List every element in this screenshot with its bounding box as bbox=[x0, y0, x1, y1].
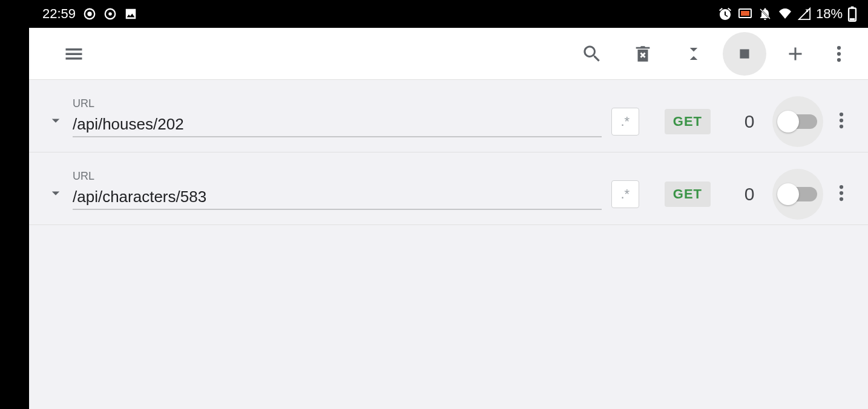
image-icon bbox=[124, 7, 137, 21]
url-field: URL bbox=[73, 97, 602, 146]
svg-point-15 bbox=[837, 57, 841, 61]
expand-toggle[interactable] bbox=[47, 111, 65, 131]
svg-point-1 bbox=[87, 11, 91, 16]
svg-rect-11 bbox=[850, 18, 855, 21]
status-time: 22:59 bbox=[42, 6, 76, 22]
alarm-icon bbox=[718, 7, 732, 21]
enable-toggle[interactable] bbox=[772, 169, 823, 220]
status-bar: 22:59 x 18% bbox=[0, 0, 868, 28]
svg-point-21 bbox=[840, 197, 843, 201]
app-bar bbox=[29, 28, 868, 80]
status-right: x 18% bbox=[718, 6, 857, 22]
request-row: URL .* GET 0 bbox=[29, 152, 868, 225]
clear-button[interactable] bbox=[621, 32, 665, 76]
battery-icon bbox=[847, 6, 857, 22]
svg-rect-12 bbox=[740, 49, 749, 58]
record-inner-icon bbox=[104, 7, 117, 21]
expand-toggle[interactable] bbox=[47, 184, 65, 204]
collapse-all-button[interactable] bbox=[672, 32, 715, 76]
wifi-icon bbox=[777, 8, 793, 20]
svg-point-14 bbox=[837, 51, 841, 55]
http-method-chip[interactable]: GET bbox=[665, 182, 711, 207]
overflow-menu-button[interactable] bbox=[824, 32, 853, 76]
signal-icon: x bbox=[798, 7, 811, 21]
svg-point-19 bbox=[840, 185, 843, 189]
svg-rect-5 bbox=[741, 11, 749, 16]
menu-button[interactable] bbox=[52, 32, 96, 76]
svg-point-3 bbox=[108, 12, 112, 16]
svg-point-17 bbox=[840, 119, 843, 122]
enable-toggle[interactable] bbox=[772, 96, 823, 147]
record-outer-icon bbox=[83, 7, 96, 21]
record-stop-button[interactable] bbox=[723, 32, 766, 76]
svg-point-20 bbox=[840, 191, 843, 195]
http-method-chip[interactable]: GET bbox=[665, 109, 711, 134]
regex-toggle[interactable]: .* bbox=[611, 108, 639, 136]
regex-toggle[interactable]: .* bbox=[611, 180, 639, 208]
svg-rect-10 bbox=[851, 7, 854, 9]
request-row: URL .* GET 0 bbox=[29, 80, 868, 152]
url-input[interactable] bbox=[73, 114, 602, 137]
battery-percent: 18% bbox=[816, 6, 843, 22]
url-label: URL bbox=[73, 97, 602, 110]
notifications-off-icon bbox=[758, 7, 772, 21]
search-button[interactable] bbox=[570, 32, 614, 76]
url-input[interactable] bbox=[73, 186, 602, 210]
row-overflow-button[interactable] bbox=[839, 111, 844, 131]
url-field: URL bbox=[73, 170, 602, 218]
url-label: URL bbox=[73, 170, 602, 183]
request-list: URL .* GET 0 URL bbox=[29, 80, 868, 409]
app-container: URL .* GET 0 URL bbox=[29, 28, 868, 409]
svg-point-13 bbox=[837, 45, 841, 49]
match-count: 0 bbox=[741, 184, 758, 204]
row-overflow-button[interactable] bbox=[839, 184, 844, 204]
svg-point-18 bbox=[840, 125, 843, 128]
cast-icon bbox=[737, 7, 753, 21]
match-count: 0 bbox=[741, 111, 758, 132]
svg-point-16 bbox=[840, 113, 843, 116]
svg-text:x: x bbox=[806, 8, 809, 13]
status-left: 22:59 bbox=[42, 6, 137, 22]
add-button[interactable] bbox=[774, 32, 817, 76]
